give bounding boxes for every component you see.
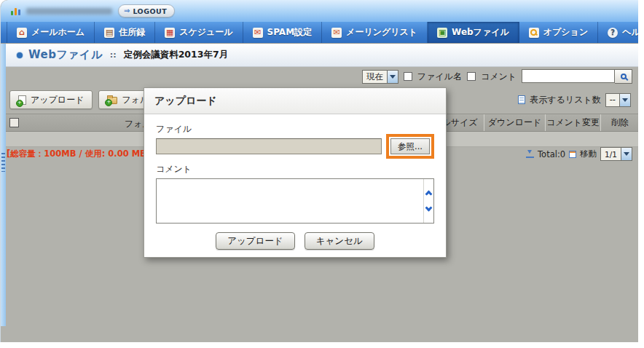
user-icon xyxy=(11,7,20,15)
file-add-icon xyxy=(18,95,26,105)
folder-add-icon xyxy=(107,97,117,104)
column-comment-change: コメント変更 xyxy=(545,114,600,131)
page-select[interactable]: 1/1 xyxy=(600,147,632,161)
main-nav: ⌂ メールホーム ▤ 住所録 ▦ スケジュール ✉ SPAM設定 ✉ メーリング… xyxy=(1,22,638,44)
search-scope-select[interactable]: 現在 xyxy=(362,70,398,84)
tab-label: 住所録 xyxy=(119,26,145,39)
key-icon xyxy=(529,28,539,38)
column-download: ダウンロード xyxy=(484,114,545,131)
comment-textarea[interactable] xyxy=(157,179,423,223)
upload-button[interactable]: アップロード xyxy=(9,90,93,109)
download-total-icon xyxy=(526,150,534,158)
top-bar: ⇒ LOGOUT xyxy=(1,0,638,22)
capacity-text: [総容量：100MB / 使用: 0.00 MB] xyxy=(7,149,150,159)
textarea-scrollbar[interactable] xyxy=(423,179,433,223)
user-email-redacted xyxy=(26,8,112,15)
tab-label: ヘルプ xyxy=(622,26,638,39)
tab-label: オプション xyxy=(543,26,588,39)
scroll-up-icon[interactable] xyxy=(425,191,433,198)
logout-label: LOGOUT xyxy=(133,7,167,15)
move-label: 移動 xyxy=(580,149,597,159)
web-file-icon: ▣ xyxy=(437,28,447,38)
tab-label: SPAM設定 xyxy=(267,26,313,39)
dialog-cancel-button[interactable]: キャンセル xyxy=(305,232,374,250)
comment-checkbox-label: コメント xyxy=(481,71,517,83)
home-icon: ⌂ xyxy=(17,28,27,38)
list-count-select[interactable]: -- xyxy=(605,93,631,107)
upload-dialog-title: アップロード xyxy=(144,88,446,114)
chevron-down-icon xyxy=(621,148,632,160)
filename-checkbox-label: ファイル名 xyxy=(417,71,462,83)
column-delete: 削除 xyxy=(600,114,638,131)
move-icon xyxy=(569,151,576,158)
tab-schedule[interactable]: ▦ スケジュール xyxy=(155,22,243,43)
tab-web-file[interactable]: ▣ Webファイル xyxy=(428,22,519,43)
tab-mailing-list[interactable]: ✉ メーリングリスト xyxy=(322,22,428,43)
address-book-icon: ▤ xyxy=(104,28,114,38)
chevron-down-icon xyxy=(619,94,630,106)
logout-button[interactable]: ⇒ LOGOUT xyxy=(118,4,175,17)
search-row: 現在 ファイル名 コメント xyxy=(1,67,638,86)
list-count-label: 表示するリスト数 xyxy=(530,94,600,106)
upload-dialog: アップロード ファイル 参照... コメント アップロード キャンセル xyxy=(144,87,447,258)
search-button[interactable] xyxy=(615,69,632,84)
tab-spam-settings[interactable]: ✉ SPAM設定 xyxy=(243,22,323,43)
total-count: Total:0 xyxy=(538,149,565,159)
dialog-upload-button[interactable]: アップロード xyxy=(216,232,294,250)
help-icon: ? xyxy=(608,28,618,38)
logout-arrow-icon: ⇒ xyxy=(124,7,130,15)
current-folder-title: 定例会議資料2013年7月 xyxy=(124,49,229,61)
tab-help[interactable]: ? ヘルプ xyxy=(598,22,638,43)
tab-label: Webファイル xyxy=(452,26,509,39)
section-title: Webファイル xyxy=(28,48,103,62)
left-panel-splitter[interactable] xyxy=(1,44,6,326)
tab-label: メールホーム xyxy=(31,26,85,39)
scroll-down-icon[interactable] xyxy=(425,205,433,212)
title-separator: :: xyxy=(110,50,117,60)
app-window: ⇒ LOGOUT ⌂ メールホーム ▤ 住所録 ▦ スケジュール ✉ SPAM設… xyxy=(0,0,638,342)
search-icon xyxy=(621,74,627,79)
file-path-input[interactable] xyxy=(156,138,382,154)
tab-address-book[interactable]: ▤ 住所録 xyxy=(95,22,155,43)
tab-label: メーリングリスト xyxy=(346,26,417,39)
search-input[interactable] xyxy=(522,69,615,83)
spam-settings-icon: ✉ xyxy=(253,28,263,38)
upload-button-label: アップロード xyxy=(31,94,84,106)
tab-options[interactable]: オプション xyxy=(519,22,598,43)
select-all-checkbox[interactable] xyxy=(9,118,19,127)
tab-mail-home[interactable]: ⌂ メールホーム xyxy=(7,22,95,43)
calendar-icon: ▦ xyxy=(165,28,175,38)
page-value: 1/1 xyxy=(601,148,621,160)
browse-button[interactable]: 参照... xyxy=(390,138,430,154)
filename-checkbox[interactable] xyxy=(404,72,412,81)
tab-label: スケジュール xyxy=(179,26,232,39)
chevron-down-icon xyxy=(387,71,398,83)
comment-checkbox[interactable] xyxy=(467,72,476,81)
mailing-list-icon: ✉ xyxy=(331,28,342,38)
splitter-grip-icon xyxy=(1,153,5,172)
list-count-value: -- xyxy=(606,94,619,106)
browse-highlight-box: 参照... xyxy=(386,134,434,159)
comment-field-label: コメント xyxy=(156,163,434,175)
list-count-icon xyxy=(518,95,525,104)
section-ring-icon xyxy=(17,52,23,58)
page-title-row: Webファイル :: 定例会議資料2013年7月 xyxy=(1,44,638,67)
search-scope-value: 現在 xyxy=(363,71,387,83)
comment-textarea-wrap xyxy=(156,178,434,224)
